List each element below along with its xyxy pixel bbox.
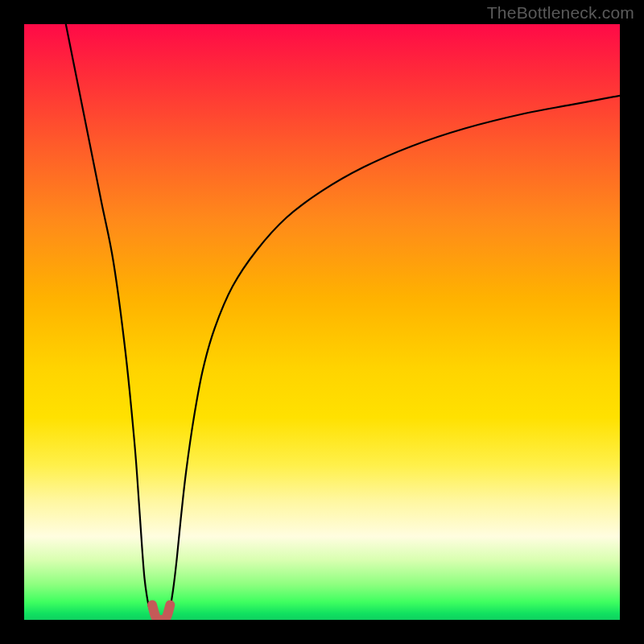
curve-left-branch [66, 24, 155, 620]
watermark-text: TheBottleneck.com [487, 3, 634, 23]
plot-area [24, 24, 620, 620]
chart-frame: TheBottleneck.com [0, 0, 644, 644]
curve-right-branch [167, 96, 620, 620]
trough-marker [152, 605, 170, 621]
curve-layer [24, 24, 620, 620]
